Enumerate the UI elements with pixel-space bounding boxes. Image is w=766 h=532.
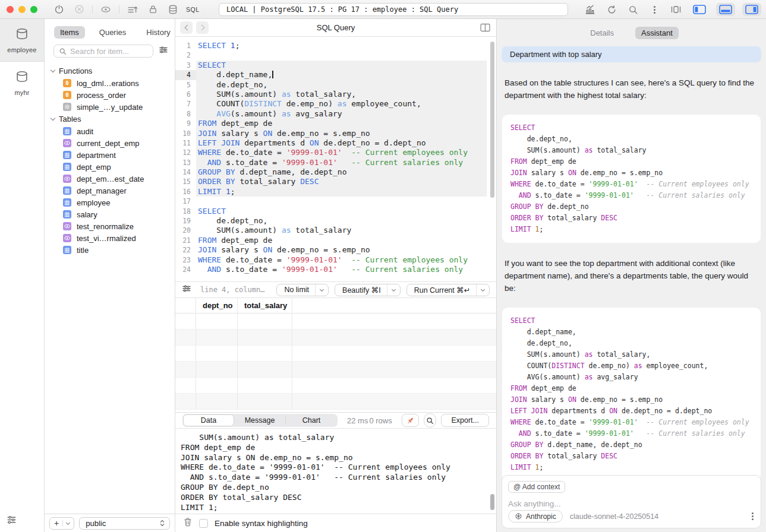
- conversation-title-banner[interactable]: Department with top salary: [502, 46, 761, 62]
- editor-line-24[interactable]: 24 AND s.to_date = '9999-01-01' -- Curre…: [175, 265, 496, 274]
- log-scrollbar[interactable]: [490, 494, 494, 510]
- chart-icon[interactable]: [583, 2, 597, 17]
- editor-line-22[interactable]: 22JOIN salary s ON de.emp_no = s.emp_no: [175, 245, 496, 255]
- forward-button[interactable]: [196, 21, 209, 34]
- editor-settings-icon[interactable]: [181, 284, 192, 296]
- search-input[interactable]: Search for item...: [53, 45, 153, 58]
- syntax-highlighting-checkbox[interactable]: [199, 519, 208, 528]
- editor-line-12[interactable]: 12WHERE de.to_date = '9999-01-01' -- Cur…: [175, 148, 496, 157]
- search-icon[interactable]: [626, 2, 640, 17]
- kebab-menu-icon[interactable]: [647, 2, 661, 17]
- editor-line-15[interactable]: 15ORDER BY total_salary DESC: [175, 177, 496, 186]
- back-button[interactable]: [180, 21, 193, 34]
- assistant-code-block-1[interactable]: SELECT de.dept_no, SUM(s.amount) as tota…: [502, 115, 761, 243]
- table-row[interactable]: [175, 378, 496, 394]
- editor-line-1[interactable]: 1SELECT 1;: [175, 41, 496, 50]
- tree-item-process-order[interactable]: 0process_order: [45, 89, 175, 101]
- editor-line-18[interactable]: 18SELECT: [175, 207, 496, 216]
- editor-line-14[interactable]: 14GROUP BY d.dept_name, de.dept_no: [175, 167, 496, 177]
- tree-item-current-dept-emp[interactable]: current_dept_emp: [45, 137, 175, 149]
- disconnect-icon[interactable]: [72, 2, 86, 17]
- beautify-button[interactable]: Beautify ⌘I: [335, 284, 401, 296]
- trash-icon[interactable]: [183, 517, 193, 529]
- editor-line-19[interactable]: 19 de.dept_no,: [175, 216, 496, 226]
- tab-data[interactable]: Data: [183, 414, 234, 426]
- provider-selector[interactable]: Anthropic: [508, 510, 563, 522]
- connection-employee[interactable]: employee: [0, 19, 44, 62]
- sql-editor[interactable]: 1SELECT 1;23SELECT4 d.dept_name,5 de.dep…: [175, 37, 496, 282]
- editor-line-9[interactable]: 9FROM dept_emp de: [175, 119, 496, 128]
- table-row[interactable]: [175, 330, 496, 346]
- tree-item-test-vi-rmalized[interactable]: test_vi…rmalized: [45, 232, 175, 244]
- table-row[interactable]: [175, 346, 496, 362]
- table-row[interactable]: [175, 362, 496, 378]
- editor-line-11[interactable]: 11LEFT JOIN departments d ON de.dept_no …: [175, 138, 496, 148]
- tree-item-dept-manager[interactable]: dept_manager: [45, 185, 175, 197]
- tree-section-functions[interactable]: Functions: [45, 65, 175, 77]
- editor-line-13[interactable]: 13 AND s.to_date = '9999-01-01' -- Curre…: [175, 158, 496, 167]
- toggle-bottom-panel-button[interactable]: [716, 3, 735, 16]
- chat-options-icon[interactable]: [752, 515, 754, 517]
- editor-line-23[interactable]: 23WHERE de.to_date = '9999-01-01' -- Cur…: [175, 255, 496, 265]
- split-editor-icon[interactable]: [480, 23, 490, 34]
- commit-push-icon[interactable]: [125, 2, 140, 17]
- tab-queries[interactable]: Queries: [93, 26, 133, 39]
- tree-item-log-dml-erations[interactable]: 0log_dml…erations: [45, 77, 175, 89]
- tree-item-dept-emp[interactable]: dept_emp: [45, 161, 175, 173]
- tree-item-test-renormalize[interactable]: test_renormalize: [45, 220, 175, 232]
- connection-myhr[interactable]: myhr: [0, 62, 44, 104]
- pin-results-button[interactable]: [402, 414, 419, 427]
- add-item-button[interactable]: +: [49, 517, 74, 530]
- table-row[interactable]: [175, 314, 496, 330]
- limit-dropdown[interactable]: No limit: [276, 284, 329, 296]
- tab-details[interactable]: Details: [584, 27, 620, 39]
- search-results-button[interactable]: [424, 413, 437, 428]
- editor-line-6[interactable]: 6 SUM(s.amount) as total_salary,: [175, 90, 496, 99]
- add-context-button[interactable]: @ Add context: [508, 481, 565, 493]
- editor-scrollbar[interactable]: [490, 42, 494, 198]
- query-log-panel[interactable]: SUM(s.amount) as total_salaryFROM dept_e…: [175, 429, 496, 514]
- tab-assistant[interactable]: Assistant: [635, 27, 679, 39]
- preview-eye-icon[interactable]: [99, 2, 113, 17]
- editor-line-8[interactable]: 8 AVG(s.amount) as avg_salary: [175, 109, 496, 119]
- assistant-code-block-2[interactable]: SELECT d.dept_name, de.dept_no, SUM(s.am…: [502, 308, 761, 481]
- tree-item-department[interactable]: department: [45, 149, 175, 161]
- center-layout-icon[interactable]: [669, 2, 683, 17]
- export-button[interactable]: Export...: [441, 414, 489, 427]
- tab-items[interactable]: Items: [54, 26, 85, 39]
- tree-section-tables[interactable]: Tables: [45, 113, 175, 125]
- connection-power-icon[interactable]: [52, 2, 66, 17]
- tree-item-dept-em-est-date[interactable]: dept_em…est_date: [45, 173, 175, 185]
- table-row[interactable]: [175, 394, 496, 410]
- toggle-right-panel-button[interactable]: [742, 3, 761, 16]
- toggle-left-panel-button[interactable]: [690, 3, 709, 16]
- tree-item-employee[interactable]: employee: [45, 197, 175, 208]
- minimize-window-button[interactable]: [18, 6, 26, 13]
- run-current-button[interactable]: Run Current ⌘↵: [406, 284, 490, 296]
- filter-icon[interactable]: [158, 45, 169, 57]
- tab-chart[interactable]: Chart: [286, 414, 337, 426]
- lock-icon[interactable]: [146, 2, 160, 17]
- close-window-button[interactable]: [7, 6, 14, 13]
- tab-message[interactable]: Message: [234, 414, 285, 426]
- editor-line-7[interactable]: 7 COUNT(DISTINCT de.emp_no) as employee_…: [175, 99, 496, 109]
- rail-settings-icon[interactable]: [6, 515, 17, 527]
- column-header-dept-no[interactable]: dept_no: [196, 298, 238, 313]
- editor-line-17[interactable]: 17: [175, 197, 496, 206]
- column-header-total-salary[interactable]: total_salary: [238, 298, 292, 313]
- tree-item-audit[interactable]: audit: [45, 125, 175, 137]
- schema-select[interactable]: public: [79, 517, 170, 530]
- editor-line-2[interactable]: 2: [175, 50, 496, 60]
- tree-item-salary[interactable]: salary: [45, 208, 175, 220]
- tab-history[interactable]: History: [140, 26, 176, 39]
- tree-item-title[interactable]: title: [45, 244, 175, 256]
- refresh-icon[interactable]: [604, 2, 619, 17]
- tree-item-simple-y-update[interactable]: simple_…y_update: [45, 101, 175, 113]
- editor-line-10[interactable]: 10JOIN salary s ON de.emp_no = s.emp_no: [175, 129, 496, 138]
- editor-line-3[interactable]: 3SELECT: [175, 61, 496, 70]
- ask-input[interactable]: Ask anything...: [508, 499, 755, 508]
- editor-line-16[interactable]: 16LIMIT 1;: [175, 187, 496, 197]
- editor-line-5[interactable]: 5 de.dept_no,: [175, 80, 496, 90]
- zoom-window-button[interactable]: [30, 6, 37, 13]
- editor-line-20[interactable]: 20 SUM(s.amount) as total_salary: [175, 226, 496, 235]
